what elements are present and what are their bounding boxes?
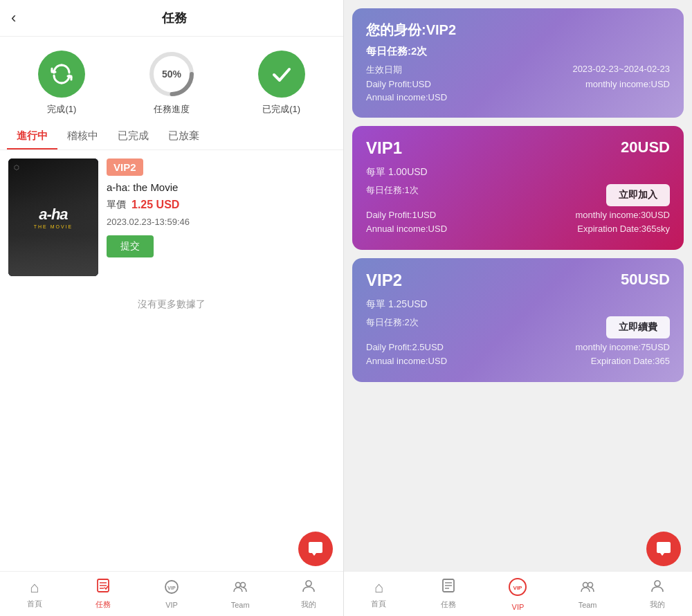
right-vip-icon-svg: VIP <box>508 577 527 597</box>
current-vip-card: 您的身份:VIP2 每日任務:2次 生效日期 2023-02-23~2024-0… <box>352 8 684 118</box>
submit-button[interactable]: 提交 <box>107 235 154 257</box>
vip2-renew-button[interactable]: 立即續費 <box>606 316 670 338</box>
right-content: 您的身份:VIP2 每日任務:2次 生效日期 2023-02-23~2024-0… <box>344 0 692 571</box>
current-vip-annual-row: Annual income:USD <box>366 92 670 102</box>
vip1-monthly-income: monthly income:30USD <box>575 210 670 220</box>
nav-team[interactable]: Team <box>206 572 275 616</box>
right-nav-team[interactable]: Team <box>553 572 623 616</box>
task-movie-name: a-ha: the Movie <box>107 181 335 193</box>
current-vip-monthly-label: monthly income:USD <box>585 79 670 89</box>
mine-icon-svg <box>301 578 316 593</box>
vip1-daily-profit: Daily Profit:1USD <box>366 210 436 220</box>
right-nav-mine[interactable]: 我的 <box>622 572 692 616</box>
home-icon: ⌂ <box>30 579 39 597</box>
right-nav-mission-label: 任務 <box>441 599 456 610</box>
vip1-profit-row: Daily Profit:1USD monthly income:30USD <box>366 210 670 220</box>
svg-point-18 <box>588 582 593 587</box>
vip1-task-row: 每日任務:1次 立即加入 <box>366 184 670 206</box>
left-content: ‹ 任務 完成(1) <box>0 0 344 616</box>
task-card: a-ha THE MOVIE ⬡ VIP2 a-ha: the Movie <box>8 158 335 276</box>
right-nav-vip-label: VIP <box>512 603 525 611</box>
completed-circle <box>38 51 85 98</box>
left-panel: ‹ 任務 完成(1) <box>0 0 344 616</box>
tab-reviewing[interactable]: 稽核中 <box>57 123 108 150</box>
vip2-profit-row: Daily Profit:2.5USD monthly income:75USD <box>366 342 670 352</box>
vip2-annual-income: Annual income:USD <box>366 356 447 366</box>
vip1-per-order: 每單 1.00USD <box>366 166 670 179</box>
vip-icon: VIP <box>164 579 179 599</box>
vip1-header-row: VIP1 20USD <box>366 138 670 158</box>
svg-point-8 <box>236 582 241 587</box>
nav-home-label: 首頁 <box>27 599 42 609</box>
task-price-label: 單價 <box>107 199 126 211</box>
right-mine-icon <box>650 578 665 597</box>
refresh-icon <box>48 61 75 87</box>
done-label: 已完成(1) <box>262 103 300 116</box>
mine-icon <box>301 578 316 597</box>
right-nav-home[interactable]: ⌂ 首頁 <box>344 572 414 616</box>
nav-vip[interactable]: VIP VIP <box>137 572 206 616</box>
chat-icon-left <box>307 541 324 557</box>
nav-team-label: Team <box>231 601 250 609</box>
right-nav-mine-label: 我的 <box>650 599 665 610</box>
chat-fab-right[interactable] <box>646 532 681 566</box>
right-bottom-nav: ⌂ 首頁 任務 VIP VIP <box>344 571 692 616</box>
tabs-row: 進行中 稽核中 已完成 已放棄 <box>0 123 343 150</box>
mission-icon <box>95 578 111 597</box>
vip2-annual-row: Annual income:USD Expiration Date:365 <box>366 356 670 366</box>
vip1-join-button[interactable]: 立即加入 <box>606 184 670 206</box>
nav-home[interactable]: ⌂ 首頁 <box>0 572 69 616</box>
vip1-annual-income: Annual income:USD <box>366 224 447 234</box>
left-bottom-nav: ⌂ 首頁 任務 <box>0 571 343 616</box>
left-header: ‹ 任務 <box>0 0 343 37</box>
chat-icon-right <box>655 541 672 557</box>
movie-poster: a-ha THE MOVIE ⬡ <box>8 158 98 276</box>
stat-progress: 50% 任務進度 <box>148 51 195 116</box>
nav-mine[interactable]: 我的 <box>275 572 343 616</box>
task-info: VIP2 a-ha: the Movie 單價 1.25 USD 2023.02… <box>107 158 335 276</box>
svg-point-10 <box>306 581 311 586</box>
current-vip-title: 您的身份:VIP2 <box>366 21 670 39</box>
task-price-row: 單價 1.25 USD <box>107 199 335 211</box>
current-vip-date-value: 2023-02-23~2024-02-23 <box>572 64 670 76</box>
team-icon <box>233 579 248 599</box>
back-button[interactable]: ‹ <box>11 10 16 26</box>
vip1-annual-row: Annual income:USD Expiration Date:365sky <box>366 224 670 234</box>
nav-mission[interactable]: 任務 <box>69 572 137 616</box>
stat-done: 已完成(1) <box>258 51 305 116</box>
vip2-per-order: 每單 1.25USD <box>366 298 670 311</box>
nav-mission-label: 任務 <box>95 599 111 610</box>
right-nav-mission[interactable]: 任務 <box>414 572 484 616</box>
current-vip-profit-row: Daily Profit:USD monthly income:USD <box>366 79 670 89</box>
tab-completed[interactable]: 已完成 <box>108 123 158 150</box>
vip2-price: 50USD <box>621 271 670 289</box>
right-nav-team-label: Team <box>579 601 597 609</box>
vip2-card: VIP2 50USD 每單 1.25USD 每日任務:2次 立即續費 Daily… <box>352 258 684 382</box>
vip2-daily-task: 每日任務:2次 <box>366 316 419 338</box>
vip2-header-row: VIP2 50USD <box>366 271 670 290</box>
svg-point-17 <box>583 582 588 587</box>
task-time: 2023.02.23-13:59:46 <box>107 217 335 227</box>
task-price-value: 1.25 USD <box>131 199 179 211</box>
vip-icon-svg: VIP <box>164 579 179 595</box>
vip1-daily-task: 每日任務:1次 <box>366 184 419 206</box>
vip2-monthly-income: monthly income:75USD <box>575 342 670 352</box>
right-team-icon-svg <box>580 579 595 595</box>
right-nav-vip[interactable]: VIP VIP <box>483 572 553 616</box>
svg-point-9 <box>241 582 246 587</box>
current-vip-annual-label: Annual income:USD <box>366 92 447 102</box>
svg-point-19 <box>655 581 660 586</box>
team-icon-svg <box>233 579 248 595</box>
tab-abandoned[interactable]: 已放棄 <box>158 123 209 150</box>
right-home-icon: ⌂ <box>374 579 383 597</box>
tab-inprogress[interactable]: 進行中 <box>7 123 57 150</box>
chat-fab-left[interactable] <box>298 532 333 566</box>
svg-text:VIP: VIP <box>513 585 523 591</box>
svg-text:VIP: VIP <box>167 586 176 590</box>
no-more-text: 沒有更多數據了 <box>8 284 335 325</box>
stat-completed: 完成(1) <box>38 51 85 116</box>
current-vip-date-row: 生效日期 2023-02-23~2024-02-23 <box>366 64 670 76</box>
done-circle <box>258 51 305 98</box>
nav-mine-label: 我的 <box>301 599 316 610</box>
page-title: 任務 <box>16 10 332 26</box>
